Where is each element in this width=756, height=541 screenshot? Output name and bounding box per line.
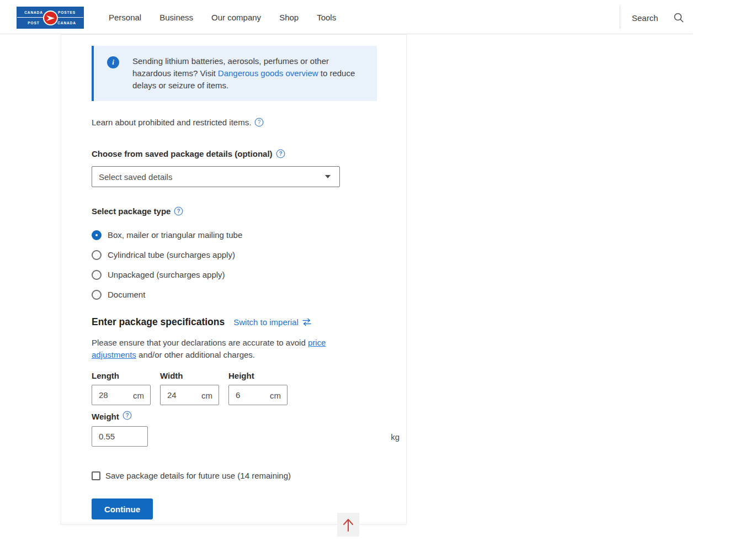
note-text-after: and/or other additional charges. xyxy=(136,350,255,359)
banner-text: Sending lithium batteries, aerosols, per… xyxy=(132,55,359,92)
dangerous-goods-banner: i Sending lithium batteries, aerosols, p… xyxy=(92,46,377,101)
save-package-details-option[interactable]: Save package details for future use (14 … xyxy=(92,471,406,480)
radio-button[interactable] xyxy=(92,290,102,300)
radio-option-unpackaged[interactable]: Unpackaged (surcharges apply) xyxy=(92,269,406,280)
switch-to-imperial-link[interactable]: Switch to imperial xyxy=(233,317,312,327)
width-label: Width xyxy=(160,371,219,380)
save-checkbox-label: Save package details for future use (14 … xyxy=(105,471,291,480)
accuracy-note: Please ensure that your declarations are… xyxy=(92,337,334,360)
height-input[interactable] xyxy=(228,385,288,405)
radio-option-cylindrical-tube[interactable]: Cylindrical tube (surcharges apply) xyxy=(92,249,406,261)
package-details-card: i Sending lithium batteries, aerosols, p… xyxy=(61,34,407,524)
length-label: Length xyxy=(92,371,151,380)
radio-button-selected[interactable] xyxy=(92,230,102,240)
canada-post-logo[interactable]: CANADA POSTES POST CANADA xyxy=(17,7,84,29)
header: CANADA POSTES POST CANADA Personal Busin… xyxy=(0,0,756,34)
radio-option-document[interactable]: Document xyxy=(92,289,406,300)
up-arrow-icon xyxy=(341,517,355,533)
radio-label: Unpackaged (surcharges apply) xyxy=(108,270,225,279)
height-field-group: Height cm xyxy=(228,371,288,405)
help-icon[interactable]: ? xyxy=(276,149,285,160)
info-icon: i xyxy=(107,56,119,68)
nav-item-our-company[interactable]: Our company xyxy=(211,13,261,22)
package-type-options: Box, mailer or triangular mailing tube C… xyxy=(92,229,406,300)
weight-field-group: Weight ? kg xyxy=(92,411,406,447)
height-label: Height xyxy=(228,371,288,380)
search-icon[interactable] xyxy=(673,12,684,25)
canada-post-wing-icon xyxy=(43,10,58,25)
nav-item-business[interactable]: Business xyxy=(159,13,193,22)
radio-label: Box, mailer or triangular mailing tube xyxy=(108,230,242,240)
header-bottom-border xyxy=(0,34,693,34)
help-icon[interactable]: ? xyxy=(254,118,264,129)
header-divider xyxy=(620,6,620,29)
radio-label: Document xyxy=(108,290,145,299)
length-field-group: Length cm xyxy=(92,371,151,405)
weight-unit: kg xyxy=(391,432,400,441)
help-icon[interactable]: ? xyxy=(123,411,132,422)
chevron-down-icon xyxy=(325,175,331,178)
radio-button[interactable] xyxy=(92,270,102,280)
saved-details-label: Choose from saved package details (optio… xyxy=(92,149,406,160)
radio-option-box-mailer[interactable]: Box, mailer or triangular mailing tube xyxy=(92,229,406,241)
saved-details-label-text: Choose from saved package details (optio… xyxy=(92,149,273,158)
package-type-label-text: Select package type xyxy=(92,206,171,216)
length-input[interactable] xyxy=(92,385,151,405)
svg-text:?: ? xyxy=(125,412,129,418)
prohibited-items-line: Learn about prohibited and restricted it… xyxy=(92,118,406,129)
specs-heading: Enter package specifications xyxy=(92,316,225,328)
help-icon[interactable]: ? xyxy=(174,206,183,218)
weight-input[interactable] xyxy=(92,426,148,447)
dimensions-row: Length cm Width cm Height cm xyxy=(92,371,406,405)
nav-item-tools[interactable]: Tools xyxy=(317,13,336,22)
width-field-group: Width cm xyxy=(160,371,219,405)
switch-link-text: Switch to imperial xyxy=(233,317,299,327)
width-input[interactable] xyxy=(160,385,219,405)
radio-button[interactable] xyxy=(92,250,102,260)
swap-arrows-icon xyxy=(302,318,312,326)
main-nav: Personal Business Our company Shop Tools xyxy=(109,0,336,34)
save-checkbox[interactable] xyxy=(92,471,100,480)
nav-item-shop[interactable]: Shop xyxy=(279,13,299,22)
radio-label: Cylindrical tube (surcharges apply) xyxy=(108,250,235,259)
continue-button[interactable]: Continue xyxy=(92,498,153,519)
svg-text:?: ? xyxy=(279,151,282,157)
search-link[interactable]: Search xyxy=(632,13,658,23)
back-to-top-button[interactable] xyxy=(337,513,359,537)
note-text-before: Please ensure that your declarations are… xyxy=(92,338,308,347)
prohibited-items-text: Learn about prohibited and restricted it… xyxy=(92,118,251,127)
svg-text:?: ? xyxy=(258,119,261,125)
weight-label: Weight ? xyxy=(92,411,406,422)
dangerous-goods-link[interactable]: Dangerous goods overview xyxy=(218,68,318,78)
weight-label-text: Weight xyxy=(92,412,119,421)
saved-details-select-value: Select saved details xyxy=(99,172,172,182)
svg-text:?: ? xyxy=(177,208,180,214)
nav-item-personal[interactable]: Personal xyxy=(109,13,141,22)
package-type-label: Select package type ? xyxy=(92,206,406,218)
saved-details-select[interactable]: Select saved details xyxy=(92,166,340,187)
